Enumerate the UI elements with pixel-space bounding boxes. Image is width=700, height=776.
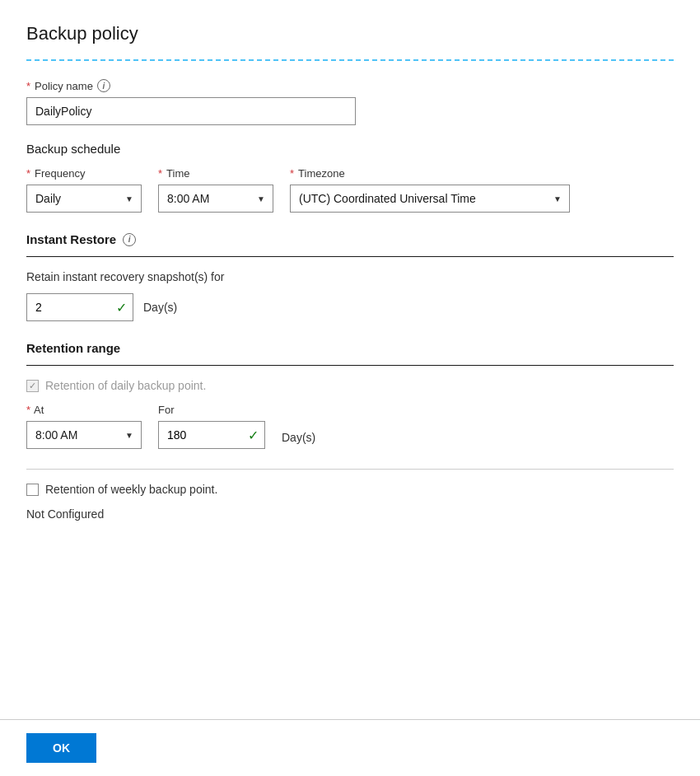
weekly-checkbox-row: Retention of weekly backup point. — [26, 483, 674, 496]
instant-restore-title: Instant Restore — [26, 232, 116, 246]
time-select[interactable]: 8:00 AM 12:00 PM 6:00 PM — [158, 185, 273, 213]
daily-checkbox-row: ✓ Retention of daily backup point. — [26, 379, 674, 392]
frequency-field: * Frequency Daily Weekly ▼ — [26, 167, 142, 213]
panel-title: Backup policy — [26, 23, 674, 44]
frequency-select[interactable]: Daily Weekly — [26, 185, 142, 213]
policy-name-section: * Policy name i — [26, 79, 674, 125]
timezone-label-text: Timezone — [298, 167, 345, 180]
policy-name-info-icon[interactable]: i — [97, 79, 110, 92]
backup-schedule-title: Backup schedule — [26, 142, 674, 156]
for-check-icon: ✓ — [248, 428, 259, 443]
policy-name-label: * Policy name i — [26, 79, 674, 92]
snapshot-unit-label: Day(s) — [143, 301, 177, 314]
at-select[interactable]: 8:00 AM 12:00 PM 6:00 PM — [26, 421, 142, 449]
timezone-select[interactable]: (UTC) Coordinated Universal Time (UTC-08… — [290, 185, 570, 213]
at-select-wrapper: 8:00 AM 12:00 PM 6:00 PM ▼ — [26, 421, 142, 449]
instant-restore-section: Instant Restore i Retain instant recover… — [26, 232, 674, 321]
for-field: For ✓ — [158, 404, 265, 449]
weekly-divider — [26, 469, 674, 470]
instant-restore-header: Instant Restore i — [26, 232, 674, 246]
frequency-select-wrapper: Daily Weekly ▼ — [26, 185, 142, 213]
retain-label: Retain instant recovery snapshot(s) for — [26, 270, 674, 283]
time-field: * Time 8:00 AM 12:00 PM 6:00 PM ▼ — [158, 167, 273, 213]
timezone-label: * Timezone — [290, 167, 570, 180]
policy-name-input[interactable] — [26, 97, 356, 125]
snapshot-row: ✓ Day(s) — [26, 293, 674, 321]
retention-range-section: Retention range ✓ Retention of daily bac… — [26, 341, 674, 521]
time-label-text: Time — [166, 167, 189, 180]
time-label: * Time — [158, 167, 273, 180]
ok-button[interactable]: OK — [26, 733, 96, 763]
snapshot-input-wrapper: ✓ — [26, 293, 133, 321]
weekly-checkbox-label: Retention of weekly backup point. — [45, 483, 217, 496]
backup-policy-panel: Backup policy * Policy name i Backup sch… — [0, 0, 700, 776]
for-label: For — [158, 404, 265, 416]
timezone-select-wrapper: (UTC) Coordinated Universal Time (UTC-08… — [290, 185, 570, 213]
frequency-row: * Frequency Daily Weekly ▼ * Time — [26, 167, 674, 213]
snapshot-check-icon: ✓ — [116, 300, 127, 316]
at-for-row: * At 8:00 AM 12:00 PM 6:00 PM ▼ For — [26, 404, 674, 449]
instant-restore-info-icon[interactable]: i — [123, 233, 136, 246]
not-configured-label: Not Configured — [26, 507, 674, 521]
retention-range-title: Retention range — [26, 341, 120, 355]
weekly-checkbox[interactable] — [26, 484, 39, 496]
at-required-star: * — [26, 404, 30, 416]
frequency-required-star: * — [26, 167, 30, 180]
at-label-text: At — [34, 404, 44, 416]
timezone-field: * Timezone (UTC) Coordinated Universal T… — [290, 167, 570, 213]
at-field: * At 8:00 AM 12:00 PM 6:00 PM ▼ — [26, 404, 142, 449]
retention-range-header: Retention range — [26, 341, 674, 355]
for-input-wrapper: ✓ — [158, 421, 265, 449]
retention-range-divider — [26, 365, 674, 366]
daily-checkbox-check-icon: ✓ — [29, 381, 36, 391]
timezone-required-star: * — [290, 167, 294, 180]
time-select-wrapper: 8:00 AM 12:00 PM 6:00 PM ▼ — [158, 185, 273, 213]
for-unit-label: Day(s) — [282, 431, 315, 444]
for-label-text: For — [158, 404, 175, 416]
policy-name-label-text: Policy name — [35, 80, 93, 92]
frequency-label: * Frequency — [26, 167, 142, 180]
footer: OK — [0, 719, 700, 776]
instant-restore-divider — [26, 256, 674, 257]
daily-checkbox-label: Retention of daily backup point. — [45, 379, 206, 392]
backup-schedule-section: Backup schedule * Frequency Daily Weekly… — [26, 142, 674, 213]
at-label: * At — [26, 404, 142, 416]
top-border-divider — [26, 59, 674, 61]
policy-name-required-star: * — [26, 80, 30, 92]
daily-checkbox: ✓ — [26, 380, 39, 392]
time-required-star: * — [158, 167, 162, 180]
frequency-label-text: Frequency — [35, 167, 85, 180]
